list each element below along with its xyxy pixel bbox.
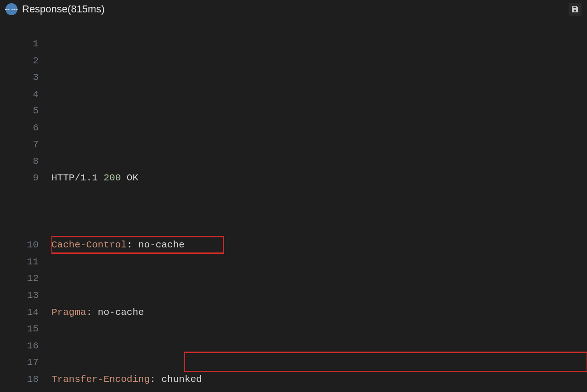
line-number: 9 [0,170,39,237]
header-cache-control: Cache-Control: no-cache [51,237,587,254]
code-content[interactable]: HTTP/1.1 200 OK Cache-Control: no-cache … [51,36,587,392]
line-number: 3 [0,69,39,86]
line-number: 19 [0,388,39,392]
header-pragma: Pragma: no-cache [51,304,587,321]
line-number: 5 [0,103,39,120]
http-status-line: HTTP/1.1 200 OK [51,170,587,187]
panel-header: REST CLIENT Response(815ms) [0,0,587,20]
save-icon [571,5,579,13]
line-number: 14 [0,304,39,321]
header-transfer-encoding: Transfer-Encoding: chunked [51,371,587,388]
line-number: 10 [0,237,39,254]
line-number: 11 [0,254,39,271]
line-number: 12 [0,270,39,287]
highlight-href-url [184,352,587,372]
line-number: 13 [0,287,39,304]
line-number: 2 [0,53,39,70]
line-number: 18 [0,371,39,388]
line-number: 16 [0,338,39,355]
line-number: 4 [0,86,39,103]
line-number: 1 [0,36,39,53]
line-number: 8 [0,153,39,170]
panel-title: Response(815ms) [22,3,105,15]
response-editor[interactable]: 1 2 3 4 5 6 7 8 9 10 11 12 13 14 15 16 1… [0,20,587,392]
rest-client-icon: REST CLIENT [6,3,17,15]
save-button[interactable] [569,3,581,16]
line-gutter: 1 2 3 4 5 6 7 8 9 10 11 12 13 14 15 16 1… [0,36,51,392]
line-number: 15 [0,321,39,338]
line-number: 17 [0,354,39,371]
line-number: 6 [0,120,39,137]
line-number: 7 [0,136,39,153]
